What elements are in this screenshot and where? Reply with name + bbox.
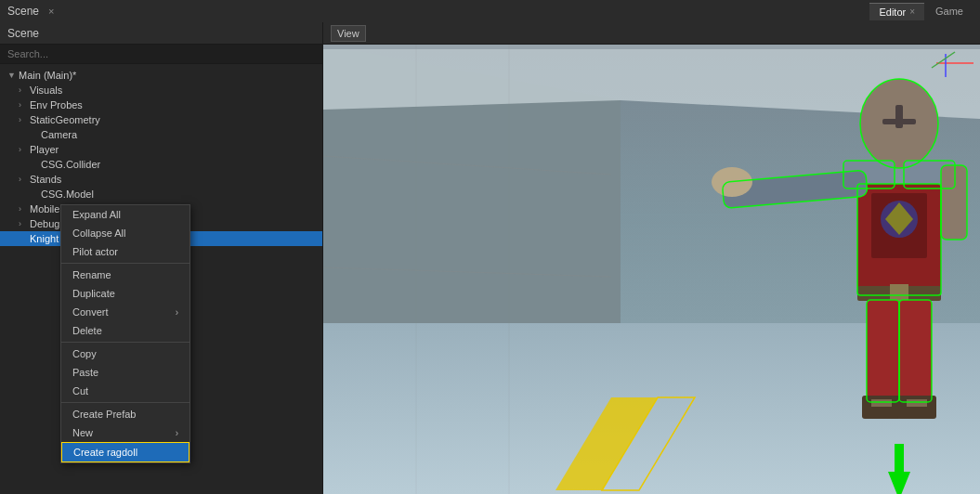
- tree-item-staticgeometry[interactable]: › StaticGeometry: [0, 112, 322, 127]
- ctx-cut[interactable]: Cut: [61, 382, 189, 400]
- ctx-sep-2: [61, 342, 189, 343]
- tree-item-csgmodel[interactable]: CSG.Model: [0, 187, 322, 202]
- svg-rect-28: [862, 396, 901, 419]
- svg-rect-26: [867, 300, 899, 402]
- ctx-collapse-all[interactable]: Collapse All: [61, 224, 189, 242]
- arrow-player: ›: [19, 145, 30, 154]
- tree-item-envprobes[interactable]: › Env Probes: [0, 98, 322, 112]
- svg-rect-31: [907, 399, 927, 407]
- ctx-create-ragdoll[interactable]: Create ragdoll: [61, 442, 189, 462]
- viewport-toolbar: View: [323, 22, 980, 45]
- view-button[interactable]: View: [331, 25, 366, 42]
- ctx-delete[interactable]: Delete: [61, 321, 189, 340]
- scene-close-icon[interactable]: ×: [48, 6, 54, 17]
- ctx-convert[interactable]: Convert ›: [61, 303, 189, 321]
- tree-item-player[interactable]: › Player: [0, 142, 322, 157]
- viewport-content: [323, 45, 980, 494]
- arrow-staticgeometry: ›: [19, 115, 30, 124]
- svg-rect-29: [897, 396, 936, 419]
- arrow-envprobes: ›: [19, 100, 30, 110]
- svg-rect-25: [941, 165, 967, 240]
- arrow-stands: ›: [19, 175, 30, 184]
- ctx-paste[interactable]: Paste: [61, 363, 189, 382]
- ctx-rename[interactable]: Rename: [61, 266, 189, 284]
- arrow-mobile: ›: [19, 204, 30, 214]
- tree-item-visuals[interactable]: › Visuals: [0, 83, 322, 98]
- tab-game-label: Game: [935, 6, 963, 17]
- arrow-main: ▼: [7, 71, 19, 80]
- ctx-convert-arrow: ›: [176, 307, 178, 318]
- ctx-copy[interactable]: Copy: [61, 344, 189, 363]
- tab-game[interactable]: Game: [926, 3, 973, 20]
- search-input[interactable]: [0, 45, 322, 64]
- arrow-debugui: ›: [19, 219, 30, 228]
- context-menu: Expand All Collapse All Pilot actor Rena…: [60, 204, 190, 463]
- ctx-create-prefab[interactable]: Create Prefab: [61, 405, 189, 423]
- svg-rect-27: [899, 300, 932, 402]
- tab-editor[interactable]: Editor ×: [869, 3, 924, 20]
- svg-rect-14: [895, 105, 903, 128]
- tab-editor-label: Editor: [879, 6, 906, 18]
- tree-item-main[interactable]: ▼ Main (Main)*: [0, 68, 322, 83]
- ctx-sep-3: [61, 402, 189, 403]
- svg-rect-30: [871, 399, 892, 407]
- ctx-expand-all[interactable]: Expand All: [61, 205, 189, 224]
- scene-viewport: [323, 45, 980, 494]
- tree-item-camera[interactable]: Camera: [0, 127, 322, 142]
- arrow-visuals: ›: [19, 85, 30, 95]
- ctx-duplicate[interactable]: Duplicate: [61, 284, 189, 303]
- ctx-new-arrow: ›: [176, 428, 178, 438]
- tree-item-csgcollider[interactable]: CSG.Collider: [0, 157, 322, 172]
- ctx-pilot-actor[interactable]: Pilot actor: [61, 242, 189, 261]
- scene-panel-title: Scene: [7, 27, 39, 40]
- tree-item-stands[interactable]: › Stands: [0, 172, 322, 187]
- ctx-sep-1: [61, 263, 189, 264]
- scene-title: Scene: [7, 5, 39, 18]
- ctx-new[interactable]: New ›: [61, 423, 189, 442]
- tab-editor-close[interactable]: ×: [909, 6, 915, 17]
